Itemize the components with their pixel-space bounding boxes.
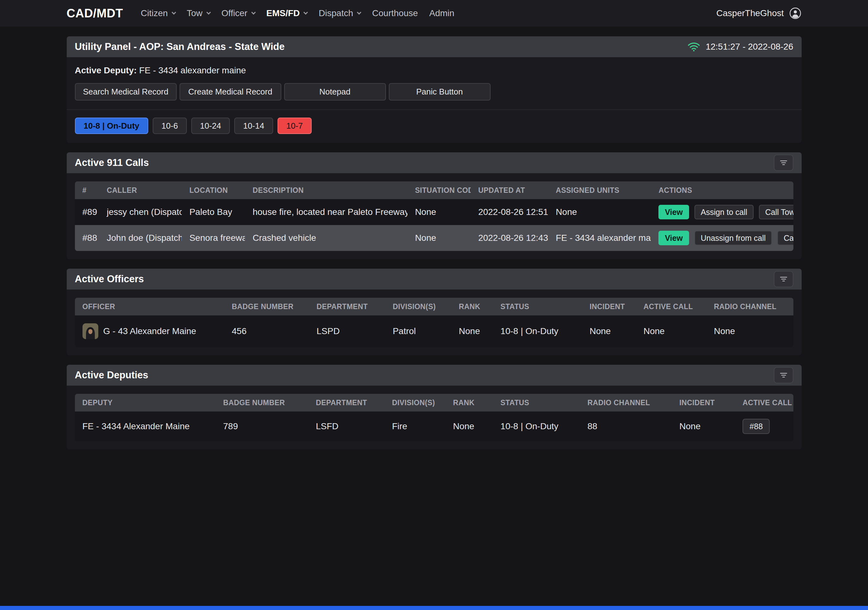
column-officer: OFFICER	[75, 298, 225, 316]
nav-item-tow[interactable]: Tow	[187, 8, 210, 19]
call-actions-cell: View Assign to call Call Tow	[651, 199, 793, 225]
nav-item-dispatch[interactable]: Dispatch	[319, 8, 361, 19]
officer-radio-channel-cell: None	[706, 316, 793, 347]
search-medical-record-button[interactable]: Search Medical Record	[75, 83, 177, 101]
active-deputies-header: Active Deputies	[67, 365, 801, 386]
chevron-down-icon	[304, 10, 308, 14]
call-description-cell: Crashed vehicle	[245, 225, 408, 251]
column-badge-number: BADGE NUMBER	[215, 394, 308, 412]
call-tow-button[interactable]: Call Tow	[759, 205, 794, 219]
user-menu[interactable]: CasperTheGhost	[716, 7, 801, 20]
column-deputy: DEPUTY	[75, 394, 216, 412]
column-location: LOCATION	[182, 181, 245, 199]
call-updated-at-cell: 2022-08-26 12:51:16	[471, 199, 548, 225]
assign-to-call-button[interactable]: Assign to call	[694, 205, 753, 219]
nav-item-label: Admin	[429, 8, 454, 19]
column-radio-channel: RADIO CHANNEL	[706, 298, 793, 316]
status-button-10-24[interactable]: 10-24	[191, 118, 230, 134]
column-situation-code: SITUATION CODE	[408, 181, 471, 199]
column-active-call: ACTIVE CALL	[636, 298, 707, 316]
officer-name-cell: G - 43 Alexander Maine	[75, 316, 225, 347]
unassign-from-call-button[interactable]: Unassign from call	[694, 231, 772, 245]
officer-status-cell: 10-8 | On-Duty	[493, 316, 582, 347]
active-911-calls-table: # CALLER LOCATION DESCRIPTION SITUATION …	[75, 181, 794, 251]
deputy-row: FE - 3434 Alexander Maine 789 LSFD Fire …	[75, 412, 794, 441]
column-caller: CALLER	[99, 181, 182, 199]
create-medical-record-button[interactable]: Create Medical Record	[180, 83, 281, 101]
utility-panel-header: Utility Panel - AOP: San Andreas - State…	[67, 36, 801, 57]
active-call-link-button[interactable]: #88	[742, 419, 770, 434]
call-caller-cell: jessy chen (Dispatch)	[99, 199, 182, 225]
column-updated-at: UPDATED AT	[471, 181, 548, 199]
active-officers-panel: Active Officers OFFICER BADGE N	[67, 269, 801, 355]
duty-status-row: 10-8 | On-Duty 10-6 10-24 10-14 10-7	[75, 118, 794, 135]
column-rank: RANK	[445, 394, 493, 412]
status-button-10-6[interactable]: 10-6	[153, 118, 187, 134]
deputy-name-cell: FE - 3434 Alexander Maine	[75, 412, 216, 441]
call-description-cell: house fire, located near Paleto Freeway	[245, 199, 408, 225]
calls-filter-button[interactable]	[774, 155, 794, 171]
calls-header-row: # CALLER LOCATION DESCRIPTION SITUATION …	[75, 181, 794, 199]
status-button-10-7[interactable]: 10-7	[277, 118, 312, 134]
column-status: STATUS	[493, 394, 580, 412]
column-divisions: DIVISION(S)	[384, 394, 445, 412]
active-officers-header: Active Officers	[67, 269, 801, 290]
chevron-down-icon	[251, 10, 256, 14]
officer-name: G - 43 Alexander Maine	[103, 326, 196, 336]
nav-item-citizen[interactable]: Citizen	[141, 8, 175, 19]
call-actions-cell: View Unassign from call Call Tow	[651, 225, 793, 251]
active-911-calls-title: Active 911 Calls	[75, 157, 149, 169]
nav-item-label: Tow	[187, 8, 203, 19]
call-tow-button[interactable]: Call Tow	[777, 231, 793, 245]
wifi-icon	[687, 42, 701, 52]
call-location-cell: Senora freeway	[182, 225, 245, 251]
column-radio-channel: RADIO CHANNEL	[580, 394, 672, 412]
app-logo[interactable]: CAD/MDT	[67, 7, 123, 20]
view-call-button[interactable]: View	[659, 231, 689, 245]
call-row-88: #88 John doe (Dispatch) Senora freeway C…	[75, 225, 794, 251]
officers-filter-button[interactable]	[774, 271, 794, 287]
officer-active-call-cell: None	[636, 316, 707, 347]
call-updated-at-cell: 2022-08-26 12:43:16	[471, 225, 548, 251]
nav-item-ems-fd[interactable]: EMS/FD	[267, 8, 308, 19]
nav-item-admin[interactable]: Admin	[429, 8, 454, 19]
username: CasperTheGhost	[716, 8, 784, 19]
column-incident: INCIDENT	[672, 394, 735, 412]
active-officers-table: OFFICER BADGE NUMBER DEPARTMENT DIVISION…	[75, 298, 794, 347]
view-call-button[interactable]: View	[659, 205, 689, 219]
nav-item-label: Dispatch	[319, 8, 353, 19]
active-911-calls-header: Active 911 Calls	[67, 152, 801, 173]
active-deputies-panel: Active Deputies DEPUTY BADGE NU	[67, 365, 801, 449]
nav-item-courthouse[interactable]: Courthouse	[372, 8, 418, 19]
column-department: DEPARTMENT	[309, 298, 385, 316]
status-button-10-14[interactable]: 10-14	[234, 118, 273, 134]
column-id: #	[75, 181, 99, 199]
clock-timestamp: 12:51:27 - 2022-08-26	[705, 42, 793, 52]
active-deputy-value: FE - 3434 alexander maine	[139, 65, 246, 75]
officer-department-cell: LSPD	[309, 316, 385, 347]
column-status: STATUS	[493, 298, 582, 316]
utility-panel-title: Utility Panel - AOP: San Andreas - State…	[75, 41, 285, 53]
call-row-89: #89 jessy chen (Dispatch) Paleto Bay hou…	[75, 199, 794, 225]
deputy-badge-cell: 789	[215, 412, 308, 441]
nav-item-label: Courthouse	[372, 8, 418, 19]
notepad-button[interactable]: Notepad	[284, 83, 386, 101]
call-id-cell: #88	[75, 225, 99, 251]
deputies-header-row: DEPUTY BADGE NUMBER DEPARTMENT DIVISION(…	[75, 394, 794, 412]
column-active-call: ACTIVE CALL	[735, 394, 793, 412]
officers-header-row: OFFICER BADGE NUMBER DEPARTMENT DIVISION…	[75, 298, 794, 316]
status-button-10-8[interactable]: 10-8 | On-Duty	[75, 118, 148, 134]
officer-badge-cell: 456	[224, 316, 309, 347]
deputies-filter-button[interactable]	[774, 367, 794, 383]
nav-menu: Citizen Tow Officer EMS/FD Dispatch Cour…	[141, 8, 454, 19]
column-assigned-units: ASSIGNED UNITS	[548, 181, 651, 199]
main-content: Utility Panel - AOP: San Andreas - State…	[67, 36, 801, 449]
deputy-incident-cell: None	[672, 412, 735, 441]
utility-panel: Utility Panel - AOP: San Andreas - State…	[67, 36, 801, 143]
panic-button[interactable]: Panic Button	[389, 83, 491, 101]
active-deputies-table: DEPUTY BADGE NUMBER DEPARTMENT DIVISION(…	[75, 394, 794, 441]
call-situation-code-cell: None	[408, 199, 471, 225]
column-incident: INCIDENT	[582, 298, 636, 316]
filter-icon	[780, 159, 788, 166]
nav-item-officer[interactable]: Officer	[222, 8, 255, 19]
